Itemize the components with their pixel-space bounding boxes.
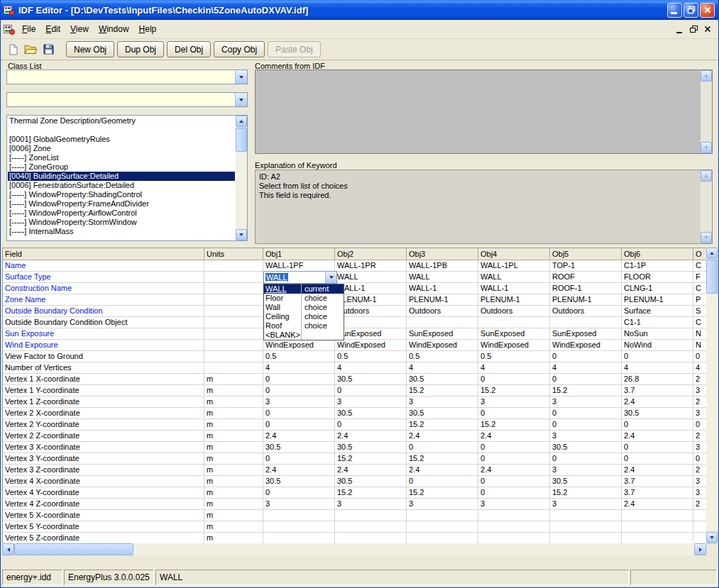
value-cell[interactable]: 0 xyxy=(478,476,550,487)
value-cell[interactable]: 3.7 xyxy=(622,385,693,396)
value-cell[interactable] xyxy=(693,510,706,521)
value-cell[interactable] xyxy=(335,521,407,533)
value-cell[interactable]: 2.4 xyxy=(622,465,693,476)
value-cell[interactable]: 30.5 xyxy=(407,408,478,419)
value-cell[interactable] xyxy=(407,510,478,521)
restore-button[interactable] xyxy=(684,3,698,18)
value-cell[interactable]: 0 xyxy=(693,351,706,362)
value-cell[interactable]: WALL-1 xyxy=(407,283,478,294)
value-cell[interactable] xyxy=(693,533,706,543)
value-cell[interactable]: 0 xyxy=(622,442,693,453)
value-cell[interactable]: PLENUM-1 xyxy=(478,294,550,306)
value-cell[interactable]: 15.2 xyxy=(478,419,550,431)
value-cell[interactable]: ROOF xyxy=(550,272,622,283)
menu-help[interactable]: Help xyxy=(134,21,162,38)
minimize-button[interactable] xyxy=(667,3,682,18)
value-cell[interactable]: WindExposed xyxy=(478,340,550,351)
new-obj-button[interactable]: New Obj xyxy=(66,41,114,57)
value-cell[interactable]: Outdoors xyxy=(478,306,550,317)
value-cell[interactable]: 0 xyxy=(263,385,335,396)
close-button[interactable] xyxy=(700,3,715,18)
copy-obj-button[interactable]: Copy Obj xyxy=(214,41,265,57)
value-cell[interactable]: PLENUM-1 xyxy=(622,294,693,306)
value-cell[interactable]: 3 xyxy=(550,465,622,476)
value-cell[interactable]: 3 xyxy=(550,396,622,408)
new-file-button[interactable] xyxy=(4,41,22,58)
value-cell[interactable]: NoWind xyxy=(622,340,693,351)
value-cell[interactable]: 30.5 xyxy=(335,476,407,487)
menu-file[interactable]: File xyxy=(17,21,40,38)
value-cell[interactable]: 3 xyxy=(693,476,706,487)
dup-obj-button[interactable]: Dup Obj xyxy=(117,41,164,57)
value-cell[interactable]: 0 xyxy=(622,453,693,465)
value-cell[interactable]: 30.5 xyxy=(622,408,693,419)
value-cell[interactable]: 0 xyxy=(550,419,622,431)
value-cell[interactable] xyxy=(550,317,622,328)
value-cell[interactable]: 15.2 xyxy=(550,385,622,396)
scrollbar-thumb[interactable] xyxy=(14,543,133,555)
value-cell[interactable] xyxy=(407,317,478,328)
scrollbar-down-button[interactable] xyxy=(706,532,718,543)
value-cell[interactable]: 2.4 xyxy=(478,465,550,476)
value-cell[interactable]: 0 xyxy=(693,419,706,431)
value-cell[interactable] xyxy=(622,521,693,533)
value-cell[interactable]: 0 xyxy=(263,419,335,431)
scrollbar-up-button[interactable] xyxy=(236,116,247,127)
value-cell[interactable]: 30.5 xyxy=(550,476,622,487)
value-cell[interactable] xyxy=(478,521,550,533)
value-cell[interactable]: S xyxy=(693,306,706,317)
value-cell[interactable]: 0 xyxy=(550,374,622,385)
value-cell[interactable]: PLENUM-1 xyxy=(335,294,407,306)
value-cell[interactable]: 2.4 xyxy=(335,465,407,476)
value-cell[interactable]: C xyxy=(693,283,706,294)
value-cell[interactable]: 15.2 xyxy=(407,419,478,431)
value-cell[interactable]: 0.5 xyxy=(263,351,335,362)
value-cell[interactable]: 15.2 xyxy=(407,385,478,396)
value-cell[interactable] xyxy=(622,533,693,543)
value-cell[interactable]: TOP-1 xyxy=(550,260,622,272)
value-cell[interactable]: 0 xyxy=(263,408,335,419)
menu-edit[interactable]: Edit xyxy=(40,21,65,38)
class-list-item[interactable]: [-----] ZoneList xyxy=(8,153,235,162)
value-cell[interactable]: WALL-1PL xyxy=(478,260,550,272)
value-cell[interactable]: SunExposed xyxy=(478,328,550,340)
value-cell[interactable]: WALL xyxy=(335,272,407,283)
value-cell[interactable] xyxy=(263,533,335,543)
value-cell[interactable]: 0 xyxy=(407,476,478,487)
value-cell[interactable]: FLOOR xyxy=(622,272,693,283)
value-cell[interactable]: 15.2 xyxy=(335,453,407,465)
value-cell[interactable]: 4 xyxy=(407,362,478,374)
dropdown-item[interactable]: Wallchoice xyxy=(264,303,344,312)
class-list-item[interactable]: [-----] WindowProperty:StormWindow xyxy=(8,218,235,227)
class-list-item[interactable]: [-----] InternalMass xyxy=(8,227,235,236)
value-cell[interactable]: SunExposed xyxy=(550,328,622,340)
value-cell[interactable] xyxy=(478,533,550,543)
surface-type-combo[interactable]: WALL xyxy=(263,271,337,284)
value-cell[interactable]: 4 xyxy=(478,362,550,374)
value-cell[interactable]: 2 xyxy=(693,431,706,442)
value-cell[interactable]: WindExposed xyxy=(335,340,407,351)
grid-vertical-scrollbar[interactable] xyxy=(706,248,718,543)
value-cell[interactable]: 3 xyxy=(550,499,622,510)
dropdown-item[interactable]: Floorchoice xyxy=(264,294,344,303)
value-cell[interactable]: 2.4 xyxy=(622,431,693,442)
value-cell[interactable]: 0 xyxy=(263,487,335,499)
value-cell[interactable]: 30.5 xyxy=(407,374,478,385)
class-list-item[interactable]: Thermal Zone Description/Geometry xyxy=(8,116,235,126)
value-cell[interactable]: 3 xyxy=(478,396,550,408)
value-cell[interactable] xyxy=(550,533,622,543)
value-cell[interactable]: 15.2 xyxy=(335,487,407,499)
class-list-item[interactable]: [0040] BuildingSurface:Detailed xyxy=(8,172,235,181)
mdi-minimize-button[interactable] xyxy=(673,23,686,35)
value-cell[interactable]: 2.4 xyxy=(478,431,550,442)
class-list-item[interactable]: [0001] GlobalGeometryRules xyxy=(8,135,235,144)
class-list-item[interactable]: [-----] WindowProperty:FrameAndDivider xyxy=(8,199,235,209)
value-cell[interactable] xyxy=(263,521,335,533)
value-cell[interactable]: 0 xyxy=(693,453,706,465)
value-cell[interactable]: 15.2 xyxy=(550,487,622,499)
dropdown-item[interactable]: <BLANK> xyxy=(264,331,344,340)
value-cell[interactable]: 30.5 xyxy=(263,476,335,487)
value-cell[interactable]: NoSun xyxy=(622,328,693,340)
value-cell[interactable] xyxy=(407,521,478,533)
value-cell[interactable] xyxy=(478,510,550,521)
